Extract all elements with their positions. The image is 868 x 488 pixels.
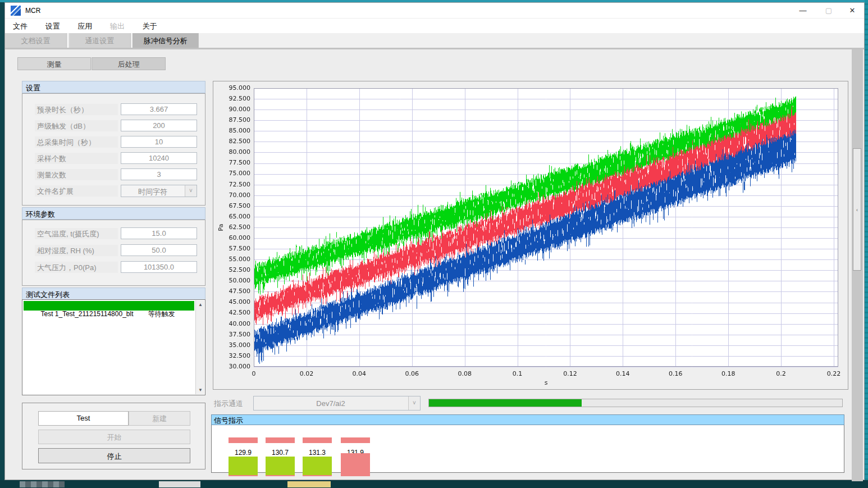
stop-button[interactable]: 停止: [38, 448, 190, 463]
total-capture-time-field[interactable]: 10: [121, 136, 197, 148]
menu-about[interactable]: 关于: [135, 19, 165, 33]
signal-panel-body: 129.9 130.7 131.3 131.9: [211, 425, 844, 473]
menu-apply[interactable]: 应用: [70, 19, 100, 33]
maximize-button[interactable]: ▢: [817, 3, 840, 19]
list-item[interactable]: Test 1_Test_211215114800_blt等待触发: [24, 301, 194, 311]
main-content: 测量 后处理 设置 预录时长（秒） 3.667 声级触发（dB） 200 总采集…: [5, 48, 864, 480]
field-label: 采样个数: [35, 153, 118, 164]
menu-file[interactable]: 文件: [5, 19, 35, 33]
dropdown-value: 时间字符: [121, 187, 184, 197]
app-window: MCR — ▢ ✕ 文件 设置 应用 输出 关于 文档设置 通道设置 脉冲信号分…: [4, 2, 865, 480]
signal-panel-header: 信号指示: [211, 414, 844, 425]
window-title: MCR: [25, 7, 40, 15]
title-bar: MCR — ▢ ✕: [5, 3, 864, 19]
scroll-up-icon[interactable]: ▲: [196, 300, 205, 309]
field-label: 文件名扩展: [35, 185, 118, 197]
signal-level-block: [266, 457, 295, 476]
file-list-panel-header: 测试文件列表: [22, 288, 205, 300]
minimize-button[interactable]: —: [792, 3, 814, 19]
chevron-down-icon[interactable]: ˅: [185, 185, 197, 197]
signal-level-block: [229, 457, 258, 476]
measure-count-field[interactable]: 3: [121, 168, 197, 180]
field-label: 空气温度, t(摄氏度): [35, 228, 118, 239]
pulse-chart-panel: [213, 81, 848, 390]
test-file-list: Test 1_Test_211215114800_blt等待触发 ▲ ▼: [22, 299, 205, 395]
environment-panel-header: 环境参数: [22, 207, 205, 220]
settings-panel-body: 预录时长（秒） 3.667 声级触发（dB） 200 总采集时间（秒） 10 采…: [22, 93, 205, 206]
menu-bar: 文件 设置 应用 输出 关于: [5, 19, 864, 33]
signal-peak-bar: [303, 437, 332, 443]
signal-peak-bar: [229, 437, 258, 443]
side-panel-collapse-handle[interactable]: ‹: [853, 148, 861, 271]
relative-humidity-field[interactable]: 50.0: [121, 244, 197, 256]
chevron-down-icon[interactable]: ˅: [408, 396, 420, 410]
indicator-channel-dropdown[interactable]: Dev7/ai2 ˅: [253, 396, 421, 411]
taskbar-icon-fragment: [20, 481, 65, 487]
signal-value: 130.7: [266, 449, 295, 457]
tab-channel-settings[interactable]: 通道设置: [69, 33, 131, 48]
tab-document-settings[interactable]: 文档设置: [5, 33, 67, 48]
menu-settings[interactable]: 设置: [38, 19, 68, 33]
app-logo-icon: [11, 6, 21, 16]
progress-fill: [429, 399, 582, 407]
signal-level-block: [303, 457, 332, 476]
trigger-progress-bar: [428, 399, 843, 407]
field-label: 预录时长（秒）: [35, 104, 118, 115]
trigger-level-field[interactable]: 200: [121, 120, 197, 131]
new-button[interactable]: 新建: [129, 411, 190, 426]
file-name: Test 1_Test_211215114800_blt: [40, 310, 133, 318]
controls-panel: Test 新建 开始 停止: [22, 403, 205, 469]
environment-panel-body: 空气温度, t(摄氏度) 15.0 相对湿度, RH (%) 50.0 大气压力…: [22, 220, 205, 286]
subtab-postprocess[interactable]: 后处理: [92, 57, 166, 70]
test-name-input[interactable]: Test: [38, 411, 129, 426]
field-label: 大气压力，P0(Pa): [35, 262, 118, 273]
filename-extension-dropdown[interactable]: 时间字符 ˅: [121, 185, 197, 197]
signal-value: 131.3: [303, 449, 332, 457]
dropdown-value: Dev7/ai2: [254, 399, 408, 408]
field-label: 声级触发（dB）: [35, 120, 118, 131]
settings-panel-header: 设置: [22, 81, 205, 93]
taskbar-icon-fragment: [287, 481, 331, 487]
taskbar-icon-fragment: [159, 481, 200, 487]
prerecord-duration-field[interactable]: 3.667: [121, 103, 197, 115]
taskbar: [0, 480, 868, 488]
tab-pulse-signal-analysis[interactable]: 脉冲信号分析: [133, 33, 199, 48]
subtab-measure[interactable]: 测量: [17, 57, 91, 70]
air-temperature-field[interactable]: 15.0: [121, 227, 197, 239]
field-label: 总采集时间（秒）: [35, 136, 118, 148]
scroll-down-icon[interactable]: ▼: [196, 386, 205, 394]
field-label: 测量次数: [35, 169, 118, 180]
sample-count-field[interactable]: 10240: [121, 152, 197, 164]
signal-peak-bar: [266, 437, 295, 443]
menu-output[interactable]: 输出: [102, 19, 133, 33]
pulse-chart-canvas: [213, 81, 848, 389]
file-list-scrollbar[interactable]: ▲ ▼: [195, 300, 204, 394]
tab-strip: 文档设置 通道设置 脉冲信号分析: [5, 33, 864, 48]
atmospheric-pressure-field[interactable]: 101350.0: [121, 261, 197, 273]
side-panel-strip: ‹: [852, 49, 863, 481]
signal-peak-bar: [341, 437, 370, 443]
indicator-channel-label: 指示通道: [214, 399, 243, 409]
start-button[interactable]: 开始: [38, 430, 190, 444]
field-label: 相对湿度, RH (%): [35, 245, 118, 256]
signal-value: 129.9: [229, 449, 258, 457]
file-status: 等待触发: [148, 310, 175, 318]
signal-level-block: [341, 453, 370, 476]
desktop-right-edge: [865, 0, 868, 488]
close-button[interactable]: ✕: [841, 3, 864, 19]
